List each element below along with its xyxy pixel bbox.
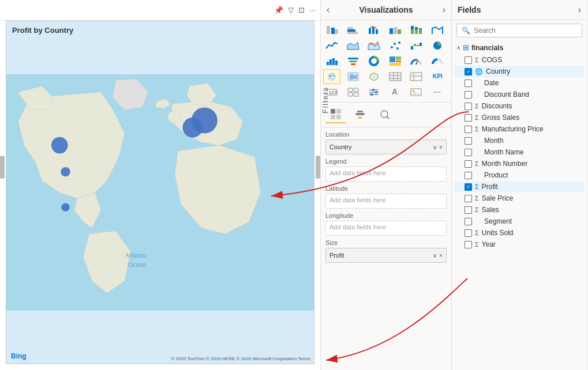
more-visuals-icon[interactable]: ··· xyxy=(429,85,446,100)
legend-field[interactable]: Add data fields here xyxy=(325,167,447,182)
profit-checkbox[interactable]: ✓ xyxy=(465,183,472,191)
svg-rect-31 xyxy=(329,59,332,65)
size-remove-icon[interactable]: × xyxy=(439,252,443,259)
remove-icon[interactable]: × xyxy=(439,144,443,150)
saleprice-checkbox[interactable] xyxy=(465,195,472,202)
multi-row-card-icon[interactable] xyxy=(344,85,362,100)
discountband-checkbox[interactable] xyxy=(465,91,472,99)
filter-icon[interactable]: ▽ xyxy=(288,6,294,14)
grosssales-checkbox[interactable] xyxy=(465,114,472,122)
stacked-bar2-icon[interactable] xyxy=(407,22,425,37)
matrix-icon2[interactable] xyxy=(407,69,425,84)
column-icon[interactable] xyxy=(323,54,340,69)
viz-panel-right-arrow[interactable]: › xyxy=(443,5,445,15)
right-resize-handle[interactable] xyxy=(316,156,320,179)
list-item[interactable]: Σ Discounts xyxy=(454,100,585,112)
list-item[interactable]: Date xyxy=(454,77,585,89)
table-icon2[interactable] xyxy=(387,69,404,84)
area-chart-icon[interactable] xyxy=(344,38,362,53)
svg-rect-30 xyxy=(327,62,329,65)
map-point-canada[interactable] xyxy=(51,137,68,154)
list-item[interactable]: ✓ 🌐 Country xyxy=(454,66,585,77)
longitude-group: Longitude Add data fields here xyxy=(325,212,447,236)
svg-rect-8 xyxy=(347,32,358,34)
sales-checkbox[interactable] xyxy=(465,206,472,214)
stacked-bar-icon[interactable] xyxy=(323,22,340,37)
gauge2-icon[interactable] xyxy=(429,54,446,69)
segment-checkbox[interactable] xyxy=(465,218,472,225)
list-item[interactable]: Σ Sale Price xyxy=(454,192,585,204)
list-item[interactable]: Σ Year xyxy=(454,239,585,250)
map-viz-icon[interactable] xyxy=(323,69,340,84)
size-field[interactable]: Profit ∨ × xyxy=(325,248,447,263)
kpi-icon2[interactable]: KPI xyxy=(429,69,446,84)
text-box-icon[interactable]: A xyxy=(387,85,404,100)
svg-rect-7 xyxy=(347,27,353,29)
line-bar-icon[interactable] xyxy=(365,22,383,37)
country-checkbox[interactable]: ✓ xyxy=(465,68,472,75)
list-item[interactable]: Segment xyxy=(454,216,585,227)
bar-chart-icon[interactable] xyxy=(344,22,362,37)
latitude-field[interactable]: Add data fields here xyxy=(325,194,447,209)
filled-map-icon[interactable] xyxy=(344,69,362,84)
gauge-icon[interactable] xyxy=(407,54,425,69)
image-icon2[interactable] xyxy=(407,85,425,100)
map-point-germany[interactable] xyxy=(192,107,218,133)
scatter-icon[interactable] xyxy=(387,38,404,53)
list-item[interactable]: ✓ Σ Profit xyxy=(454,181,585,192)
slicer-icon2[interactable] xyxy=(365,85,383,100)
list-item[interactable]: Σ COGS xyxy=(454,54,585,66)
map-point-mexico[interactable] xyxy=(61,203,69,211)
treemap-icon[interactable] xyxy=(387,54,404,69)
year-checkbox[interactable] xyxy=(465,241,472,248)
line-icon[interactable] xyxy=(323,38,340,53)
longitude-field[interactable]: Add data fields here xyxy=(325,221,447,236)
list-item[interactable]: Product xyxy=(454,169,585,181)
list-item[interactable]: Σ Month Number xyxy=(454,158,585,169)
map-svg: Atlantic Ocean xyxy=(6,21,314,364)
map-container[interactable]: Profit by Country xyxy=(6,21,314,364)
list-item[interactable]: Σ Gross Sales xyxy=(454,112,585,123)
map-point-usa[interactable] xyxy=(61,167,70,176)
cogs-checkbox[interactable] xyxy=(465,56,472,64)
pie-icon[interactable] xyxy=(429,38,446,53)
monthname-checkbox[interactable] xyxy=(465,149,472,156)
list-item[interactable]: Σ Units Sold xyxy=(454,227,585,239)
more-icon[interactable]: ··· xyxy=(309,6,316,14)
financials-group-header[interactable]: ∧ ⊞ financials xyxy=(454,41,585,54)
list-item[interactable]: Month xyxy=(454,135,585,146)
search-box[interactable]: 🔍 xyxy=(456,24,582,37)
location-field[interactable]: Country ∨ × xyxy=(325,139,447,154)
svg-line-42 xyxy=(416,61,418,65)
viz-panel-left-arrow[interactable]: ‹ xyxy=(327,5,329,15)
funnel-icon[interactable] xyxy=(344,54,362,69)
month-checkbox[interactable] xyxy=(465,137,472,145)
date-checkbox[interactable] xyxy=(465,80,472,87)
donut-icon[interactable] xyxy=(365,54,383,69)
analytics-tab[interactable] xyxy=(374,106,395,123)
size-dropdown-icon[interactable]: ∨ xyxy=(433,252,437,259)
mfgprice-checkbox[interactable] xyxy=(465,126,472,133)
svg-rect-34 xyxy=(348,58,358,59)
dropdown-icon[interactable]: ∨ xyxy=(433,144,437,150)
unitssold-checkbox[interactable] xyxy=(465,229,472,237)
waterfall-icon[interactable] xyxy=(407,38,425,53)
ribbon-chart-icon[interactable] xyxy=(429,22,446,37)
monthnumber-checkbox[interactable] xyxy=(465,160,472,168)
search-input[interactable] xyxy=(474,27,577,35)
list-item[interactable]: Month Name xyxy=(454,146,585,158)
product-checkbox[interactable] xyxy=(465,172,472,179)
list-item[interactable]: Σ Manufacturing Price xyxy=(454,123,585,135)
format-tab[interactable] xyxy=(350,106,370,123)
line-area2-icon[interactable] xyxy=(365,38,383,53)
pin-icon[interactable]: 📌 xyxy=(274,6,283,14)
grouped-bar-icon[interactable] xyxy=(387,22,404,37)
shape-map-icon[interactable] xyxy=(365,69,383,84)
list-item[interactable]: Σ Sales xyxy=(454,204,585,216)
sigma-icon6: Σ xyxy=(475,183,479,190)
discounts-checkbox[interactable] xyxy=(465,103,472,110)
expand-icon[interactable]: ⊡ xyxy=(298,6,305,14)
fields-panel-right-arrow[interactable]: › xyxy=(578,5,581,15)
left-resize-handle[interactable] xyxy=(0,156,5,179)
list-item[interactable]: Discount Band xyxy=(454,89,585,100)
